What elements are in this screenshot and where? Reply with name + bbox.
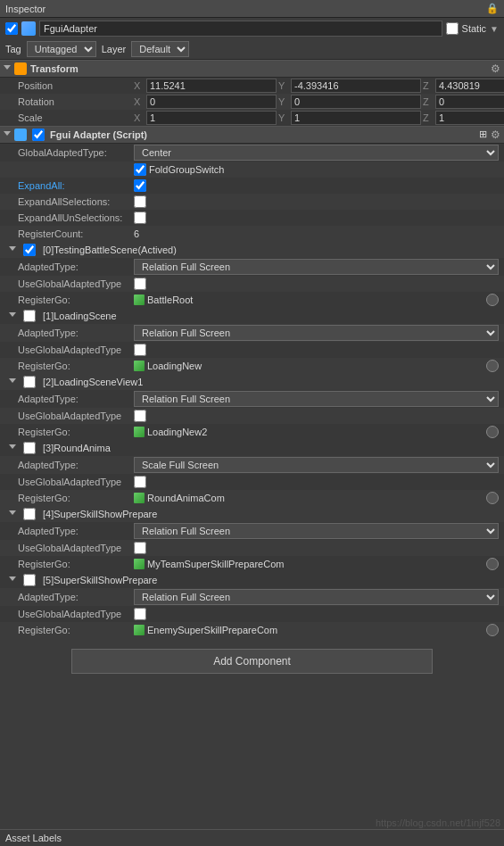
scene-checkbox-1[interactable] xyxy=(23,310,36,322)
tag-label: Tag xyxy=(5,44,21,54)
expand-all-unselections-row: ExpandAllUnSelections: xyxy=(0,210,504,226)
adapted-type-value-2: Relation Full Screen xyxy=(134,391,499,407)
register-go-picker-0[interactable] xyxy=(486,294,499,306)
use-global-checkbox-1[interactable] xyxy=(134,344,146,356)
position-z-field: Z xyxy=(423,79,504,93)
adapted-type-row-4: AdaptedType: Relation Full Screen xyxy=(0,522,504,540)
go-icon-1 xyxy=(134,361,145,371)
use-global-checkbox-0[interactable] xyxy=(134,278,146,290)
rotation-x-input[interactable] xyxy=(146,95,277,109)
use-global-label-3: UseGlobalAdaptedType xyxy=(18,477,134,487)
register-count-label: RegisterCount: xyxy=(18,228,134,239)
transform-title: Transform xyxy=(30,63,78,74)
transform-header[interactable]: Transform ⚙ xyxy=(0,60,504,78)
register-count-value: 6 xyxy=(134,228,499,239)
scene-checkbox-5[interactable] xyxy=(23,574,36,586)
adapted-type-value-0: Relation Full Screen xyxy=(134,259,499,275)
fold-group-switch-row: FoldGroupSwitch xyxy=(0,162,504,178)
register-go-picker-1[interactable] xyxy=(486,360,499,372)
expand-all-selections-label: ExpandAllSelections: xyxy=(18,196,134,207)
global-adapted-type-dropdown[interactable]: Center xyxy=(134,145,499,161)
scene-name-1: [1]LoadingScene xyxy=(43,311,117,321)
use-global-row-4: UseGlobalAdaptedType xyxy=(0,540,504,556)
transform-gear-icon[interactable]: ⚙ xyxy=(491,62,500,75)
scene-header-5: [5]SuperSkillShowPrepare xyxy=(0,572,504,588)
static-checkbox[interactable] xyxy=(446,22,459,35)
scene-toggle-1[interactable] xyxy=(9,312,16,320)
expand-all-unselections-checkbox[interactable] xyxy=(134,212,146,224)
register-go-picker-5[interactable] xyxy=(486,624,499,636)
register-go-picker-2[interactable] xyxy=(486,426,499,438)
fold-group-switch-checkbox[interactable] xyxy=(134,163,146,176)
scene-toggle-5[interactable] xyxy=(9,576,16,585)
fgui-adapter-enabled[interactable] xyxy=(32,129,45,141)
scene-toggle-0[interactable] xyxy=(9,246,16,254)
expand-all-label[interactable]: ExpandAll: xyxy=(18,180,134,191)
scale-z-input[interactable] xyxy=(435,111,504,125)
adapted-type-dropdown-0[interactable]: Relation Full Screen xyxy=(134,259,499,275)
transform-toggle[interactable] xyxy=(4,65,11,73)
adapted-type-dropdown-1[interactable]: Relation Full Screen xyxy=(134,325,499,341)
expand-all-selections-checkbox[interactable] xyxy=(134,195,146,208)
fgui-adapter-toggle[interactable] xyxy=(4,131,11,139)
fgui-adapter-gear-icon[interactable]: ⚙ xyxy=(491,129,500,141)
scale-value: X Y Z xyxy=(134,111,504,125)
tag-dropdown[interactable]: Untagged xyxy=(27,41,96,57)
use-global-checkbox-3[interactable] xyxy=(134,476,146,488)
adapted-type-dropdown-2[interactable]: Relation Full Screen xyxy=(134,391,499,407)
scene-checkbox-0[interactable] xyxy=(23,244,36,256)
use-global-checkbox-2[interactable] xyxy=(134,410,146,422)
rotation-row: Rotation X Y Z xyxy=(0,94,504,110)
go-ref-0: BattleRoot xyxy=(134,294,193,305)
scene-checkbox-4[interactable] xyxy=(23,508,36,520)
fgui-adapter-header[interactable]: Fgui Adapter (Script) ⊞ ⚙ xyxy=(0,126,504,144)
register-go-label-3: RegisterGo: xyxy=(18,493,134,503)
scene-checkbox-2[interactable] xyxy=(23,376,36,388)
scene-toggle-3[interactable] xyxy=(9,444,16,452)
adapted-type-dropdown-3[interactable]: Scale Full Screen xyxy=(134,457,499,473)
register-go-value-1: LoadingNew xyxy=(134,360,499,372)
register-go-picker-4[interactable] xyxy=(486,558,499,570)
register-go-row-4: RegisterGo: MyTeamSuperSkillPrepareCom xyxy=(0,556,504,572)
adapted-type-label-3: AdaptedType: xyxy=(18,460,134,470)
use-global-value-2 xyxy=(134,410,499,422)
register-go-name-4: MyTeamSuperSkillPrepareCom xyxy=(147,559,284,569)
scene-name-2: [2]LoadingSceneView1 xyxy=(43,377,143,387)
use-global-checkbox-5[interactable] xyxy=(134,608,146,620)
use-global-checkbox-4[interactable] xyxy=(134,542,146,554)
object-enabled-checkbox[interactable] xyxy=(5,22,18,35)
global-adapted-type-row: GlobalAdaptedType: Center xyxy=(0,144,504,162)
scale-label: Scale xyxy=(18,112,134,123)
scene-toggle-2[interactable] xyxy=(9,378,16,386)
static-dropdown-icon[interactable]: ▼ xyxy=(490,24,499,34)
rotation-x-field: X xyxy=(134,95,277,109)
expand-icon[interactable]: ⊞ xyxy=(479,129,487,141)
register-count-number: 6 xyxy=(134,228,139,239)
object-name-input[interactable] xyxy=(39,21,442,37)
adapted-type-value-3: Scale Full Screen xyxy=(134,457,499,473)
position-y-input[interactable] xyxy=(291,79,421,93)
position-z-input[interactable] xyxy=(435,79,504,93)
scene-checkbox-3[interactable] xyxy=(23,442,36,454)
use-global-value-4 xyxy=(134,542,499,554)
register-go-picker-3[interactable] xyxy=(486,492,499,504)
adapted-type-label-1: AdaptedType: xyxy=(18,328,134,338)
fgui-adapter-actions: ⊞ ⚙ xyxy=(479,129,500,141)
scale-x-input[interactable] xyxy=(146,111,277,125)
rotation-y-input[interactable] xyxy=(291,95,421,109)
layer-dropdown[interactable]: Default xyxy=(131,41,189,57)
position-x-input[interactable] xyxy=(146,79,277,93)
rotation-y-field: Y xyxy=(278,95,421,109)
fold-group-switch-checkbox-label[interactable]: FoldGroupSwitch xyxy=(134,163,224,176)
scene-toggle-4[interactable] xyxy=(9,510,16,518)
fold-group-switch-value: FoldGroupSwitch xyxy=(134,163,499,176)
lock-icon[interactable]: 🔒 xyxy=(486,3,499,14)
rotation-z-input[interactable] xyxy=(435,95,504,109)
expand-all-checkbox[interactable] xyxy=(134,179,146,192)
add-component-button[interactable]: Add Component xyxy=(71,649,433,674)
adapted-type-dropdown-5[interactable]: Relation Full Screen xyxy=(134,589,499,605)
scale-y-input[interactable] xyxy=(291,111,421,125)
title-bar: Inspector 🔒 xyxy=(0,0,504,18)
use-global-value-1 xyxy=(134,344,499,356)
adapted-type-dropdown-4[interactable]: Relation Full Screen xyxy=(134,523,499,539)
